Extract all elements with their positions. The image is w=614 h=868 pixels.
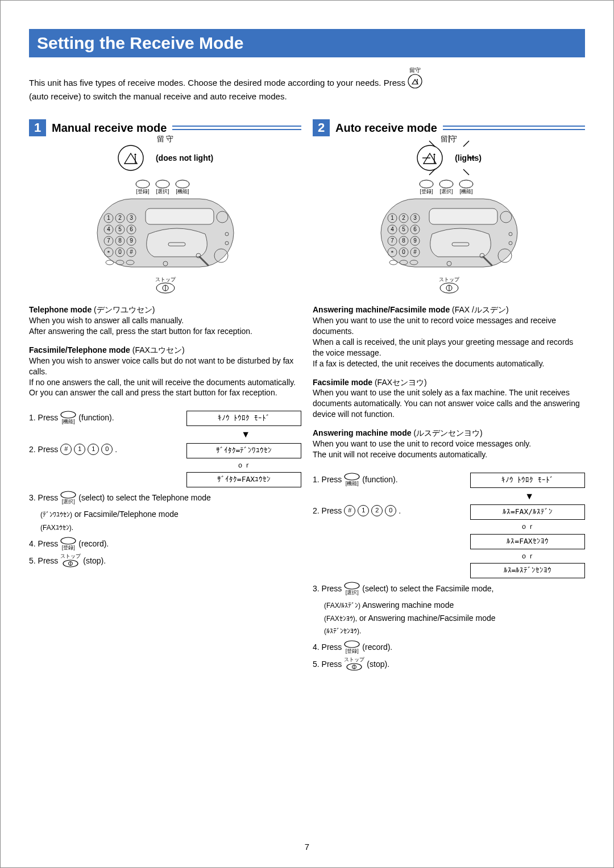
or-text: ｏｒ [520, 521, 535, 533]
fax-mode-block: Facsimile mode (FAXセンヨウ) When you want t… [313, 377, 585, 420]
svg-point-116 [345, 641, 359, 648]
svg-point-106 [389, 260, 397, 265]
rusu-status-off: (does not light) [156, 153, 213, 162]
one-key-icon: 1 [74, 444, 85, 455]
svg-text:7: 7 [107, 237, 110, 244]
lcd-display: ｻﾞｲﾀｸ=ﾃﾞﾝﾜﾕｳｾﾝ [186, 443, 301, 458]
or-text: ｏｒ [237, 460, 251, 471]
down-arrow-icon: ▼ [313, 489, 534, 504]
manual-steps: 1. Press [機能] (function). ｷﾉｳ ﾄｳﾛｸ ﾓｰﾄﾞ … [29, 411, 301, 567]
svg-text:8: 8 [118, 237, 122, 244]
lcd-display: ｷﾉｳ ﾄｳﾛｸ ﾓｰﾄﾞ [470, 473, 585, 488]
one-key-icon: 1 [358, 505, 369, 516]
svg-text:ストップ: ストップ [155, 277, 176, 282]
auto-receive-button-icon: 留守 [408, 68, 422, 89]
svg-rect-75 [429, 208, 497, 224]
svg-point-52 [61, 411, 76, 418]
lcd-display: ﾙｽ=ﾙｽﾃﾞﾝｾﾝﾖｳ [470, 563, 585, 578]
hash-key-icon: # [60, 444, 72, 455]
two-key-icon: 2 [371, 505, 383, 516]
svg-point-69 [439, 180, 453, 188]
svg-text:6: 6 [130, 226, 133, 232]
rule-line [172, 126, 301, 130]
svg-text:[機能]: [機能] [459, 189, 472, 194]
svg-text:5: 5 [402, 226, 405, 232]
svg-text:0: 0 [118, 249, 122, 255]
one-key-icon: 1 [88, 444, 99, 455]
svg-text:2: 2 [118, 215, 122, 221]
svg-point-68 [420, 180, 433, 188]
svg-point-53 [61, 491, 76, 498]
ans-fax-mode-block: Answering machine/Facsimile mode (FAX /ル… [313, 304, 585, 369]
svg-point-2 [417, 79, 418, 80]
select-button-icon: [選択] [60, 491, 76, 504]
down-arrow-icon: ▼ [29, 427, 250, 442]
auto-section-title: Auto receive mode [335, 122, 437, 135]
rusu-jp-label: 留 守 [157, 134, 174, 144]
svg-text:＊: ＊ [106, 249, 111, 256]
function-button-icon: [機能] [60, 411, 76, 424]
rusu-jp-label: 留 守 [441, 134, 458, 144]
select-button-icon: [選択] [344, 582, 360, 595]
manual-device-illustration: 留 守 (does not light) [登録] [29, 144, 301, 297]
svg-point-5 [134, 154, 136, 156]
svg-text:ストップ: ストップ [439, 277, 460, 282]
svg-rect-13 [146, 208, 214, 224]
svg-text:[登録]: [登録] [420, 189, 433, 194]
svg-text:#: # [413, 249, 417, 255]
svg-text:0: 0 [402, 249, 405, 255]
lcd-display: ｷﾉｳ ﾄｳﾛｸ ﾓｰﾄﾞ [186, 411, 301, 426]
page-number: 7 [1, 842, 613, 852]
fax-machine-illustration: [登録] [選択] [機能] 1 2 3 [364, 177, 534, 297]
telephone-mode-block: Telephone mode (デンワユウセン) When you wish t… [29, 304, 301, 337]
stop-button-icon: ストップ [60, 554, 81, 567]
stop-button-icon: ストップ [344, 657, 364, 671]
svg-text:1: 1 [391, 215, 394, 221]
lcd-display: ﾙｽ=FAXｾﾝﾖｳ [470, 534, 585, 549]
function-button-icon: [機能] [344, 473, 360, 486]
svg-text:3: 3 [413, 215, 417, 221]
svg-line-64 [463, 169, 469, 175]
manual-mode-column: 1 Manual receive mode 留 守 (does not ligh… [29, 119, 301, 674]
svg-point-0 [408, 74, 422, 88]
or-text: ｏｒ [520, 550, 535, 562]
fax-telephone-mode-block: Facsimile/Telephone mode (FAXユウセン) When … [29, 345, 301, 398]
svg-point-44 [106, 260, 114, 265]
rule-line [443, 126, 585, 130]
svg-point-67 [434, 154, 435, 156]
svg-point-70 [459, 180, 473, 188]
auto-device-illustration: 留 守 [313, 144, 585, 297]
zero-key-icon: 0 [385, 505, 396, 516]
svg-text:2: 2 [402, 215, 405, 221]
svg-text:4: 4 [107, 226, 110, 232]
svg-point-115 [345, 582, 359, 589]
fax-machine-illustration: [登録] [選択] [機能] 1 [80, 177, 251, 297]
svg-point-114 [345, 473, 359, 480]
svg-point-65 [417, 145, 442, 170]
record-button-icon: [登録] [344, 640, 360, 654]
record-button-icon: [登録] [60, 537, 76, 550]
rusu-button-large-icon [416, 144, 443, 172]
section-number-2: 2 [313, 119, 330, 136]
svg-text:9: 9 [130, 237, 133, 244]
svg-point-6 [136, 180, 150, 188]
zero-key-icon: 0 [101, 444, 113, 455]
svg-point-3 [118, 145, 143, 170]
svg-text:6: 6 [413, 226, 417, 232]
svg-text:4: 4 [391, 226, 394, 232]
manual-section-title: Manual receive mode [52, 122, 167, 135]
lcd-display: ﾙｽ=FAX/ﾙｽﾃﾞﾝ [470, 504, 585, 520]
svg-text:＊: ＊ [389, 249, 395, 256]
lcd-display: ｻﾞｲﾀｸ=FAXﾕｳｾﾝ [186, 472, 301, 487]
intro-text-2: (auto receive) to switch the manual rece… [29, 91, 287, 102]
svg-line-60 [463, 141, 469, 147]
svg-text:3: 3 [130, 215, 133, 221]
svg-text:[選択]: [選択] [439, 189, 453, 194]
auto-steps: 1. Press [機能] (function). ｷﾉｳ ﾄｳﾛｸ ﾓｰﾄﾞ … [313, 473, 585, 671]
rusu-status-on: (lights) [455, 153, 482, 162]
svg-text:1: 1 [107, 215, 110, 221]
svg-text:[登録]: [登録] [136, 189, 149, 194]
svg-text:[選択]: [選択] [156, 189, 169, 194]
svg-point-54 [61, 537, 76, 544]
rusu-button-large-icon [117, 144, 144, 172]
